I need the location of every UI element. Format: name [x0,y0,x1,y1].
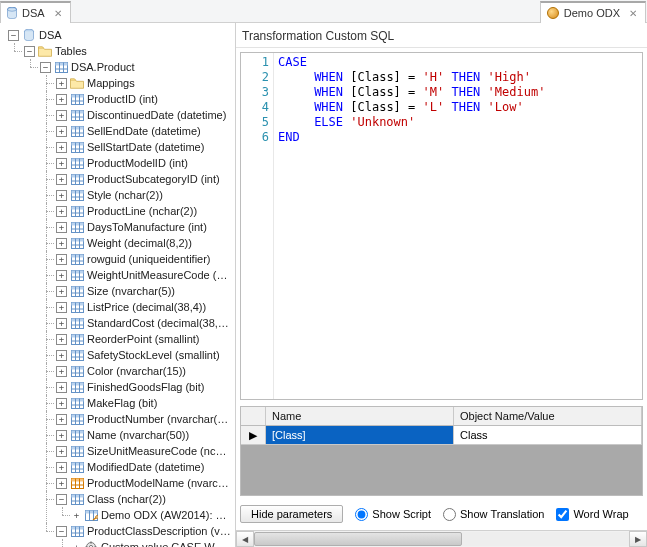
sql-code[interactable]: CASE WHEN [Class] = 'H' THEN 'High' WHEN… [274,53,642,399]
tree-node-label: Class (nchar(2)) [87,491,166,507]
grid-cell-value[interactable]: Class [454,426,642,444]
expander-icon[interactable] [8,30,19,41]
folder-icon [70,77,84,89]
scroll-thumb[interactable] [254,532,462,546]
tree-node-label: ModifiedDate (datetime) [87,459,204,475]
expander-icon[interactable] [56,430,67,441]
svg-rect-114 [71,430,83,433]
column-icon [70,237,84,249]
expander-icon[interactable] [56,190,67,201]
expander-icon[interactable] [56,254,67,265]
expander-icon[interactable] [56,334,67,345]
grid-header-name[interactable]: Name [266,407,454,425]
mapping-icon [84,509,98,521]
expander-icon[interactable] [56,126,67,137]
tree-node-label: ProductModelName (nvarchar(50)) [87,475,231,491]
expander-icon[interactable] [56,206,67,217]
expander-icon[interactable] [56,414,67,425]
tab-label: DSA [22,7,45,19]
tab-dsa[interactable]: DSA ✕ [0,1,71,24]
column-icon [70,253,84,265]
svg-rect-49 [71,222,83,225]
tree-pane: DSA Tables [0,23,236,547]
tree-node-label: MakeFlag (bit) [87,395,157,411]
document-tabstrip: DSA ✕ Demo ODX ✕ [0,0,647,23]
tree-node-label: ProductModelID (int) [87,155,188,171]
expander-icon[interactable] [56,494,67,505]
close-icon[interactable]: ✕ [629,8,637,19]
close-icon[interactable]: ✕ [54,8,62,19]
hide-parameters-button[interactable]: Hide parameters [240,505,343,523]
svg-rect-44 [71,206,83,209]
horizontal-scrollbar[interactable]: ◀ ▶ [236,530,647,547]
expander-icon[interactable] [56,270,67,281]
svg-rect-69 [71,286,83,289]
show-translation-radio[interactable]: Show Translation [443,508,544,521]
expander-icon[interactable] [56,398,67,409]
expander-icon[interactable] [56,462,67,473]
expander-icon[interactable] [56,382,67,393]
tree-node-label: Size (nvarchar(5)) [87,283,175,299]
expander-icon[interactable] [56,286,67,297]
expander-icon[interactable] [56,318,67,329]
tree-node-label: DaysToManufacture (int) [87,219,207,235]
column-icon [70,109,84,121]
svg-rect-39 [71,190,83,193]
svg-rect-89 [71,350,83,353]
expander-icon[interactable] [56,446,67,457]
expander-icon[interactable] [56,78,67,89]
object-tree[interactable]: DSA Tables [0,23,235,547]
svg-rect-124 [71,462,83,465]
show-script-radio[interactable]: Show Script [355,508,431,521]
expander-icon[interactable] [56,94,67,105]
grid-corner [241,407,266,425]
expander-icon[interactable] [56,478,67,489]
expander-icon[interactable] [24,46,35,57]
word-wrap-checkbox-input[interactable] [556,508,569,521]
expander-icon[interactable] [56,174,67,185]
tree-node-label: SellEndDate (datetime) [87,123,201,139]
tree-node-label: rowguid (uniqueidentifier) [87,251,211,267]
column-icon [70,333,84,345]
svg-rect-134 [71,494,83,497]
expander-icon[interactable] [56,238,67,249]
show-translation-radio-input[interactable] [443,508,456,521]
column-icon [70,285,84,297]
grid-header-value[interactable]: Object Name/Value [454,407,642,425]
expander-icon[interactable] [56,110,67,121]
tree-node-label: ProductID (int) [87,91,158,107]
sql-editor[interactable]: 123456 CASE WHEN [Class] = 'H' THEN 'Hig… [240,52,643,400]
scroll-right-icon[interactable]: ▶ [629,531,647,547]
expander-icon[interactable] [56,158,67,169]
expander-icon[interactable] [56,302,67,313]
tree-node-label: Color (nvarchar(15)) [87,363,186,379]
grid-row[interactable]: ▶ [Class] Class [241,426,642,445]
svg-rect-119 [71,446,83,449]
column-icon [70,221,84,233]
column-icon [70,301,84,313]
word-wrap-checkbox[interactable]: Word Wrap [556,508,628,521]
svg-rect-4 [55,62,67,65]
expander-icon[interactable] [56,350,67,361]
gear-icon [84,541,98,547]
scroll-track[interactable] [254,532,629,546]
table-icon [54,61,68,73]
expander-icon[interactable] [56,366,67,377]
svg-rect-24 [71,142,83,145]
column-icon [70,269,84,281]
expander-icon[interactable] [40,62,51,73]
tab-demo-odx[interactable]: Demo ODX ✕ [540,1,646,24]
expander-icon[interactable] [56,222,67,233]
svg-rect-79 [71,318,83,321]
editor-toolbar: Hide parameters Show Script Show Transla… [240,502,643,526]
column-icon [70,317,84,329]
scroll-left-icon[interactable]: ◀ [236,531,254,547]
expander-icon[interactable] [56,526,67,537]
column-icon [70,157,84,169]
expander-icon[interactable] [56,142,67,153]
show-script-radio-input[interactable] [355,508,368,521]
main-split: DSA Tables [0,23,647,547]
parameters-grid[interactable]: Name Object Name/Value ▶ [Class] Class [240,406,643,496]
column-icon [70,413,84,425]
grid-cell-name[interactable]: [Class] [266,426,454,444]
